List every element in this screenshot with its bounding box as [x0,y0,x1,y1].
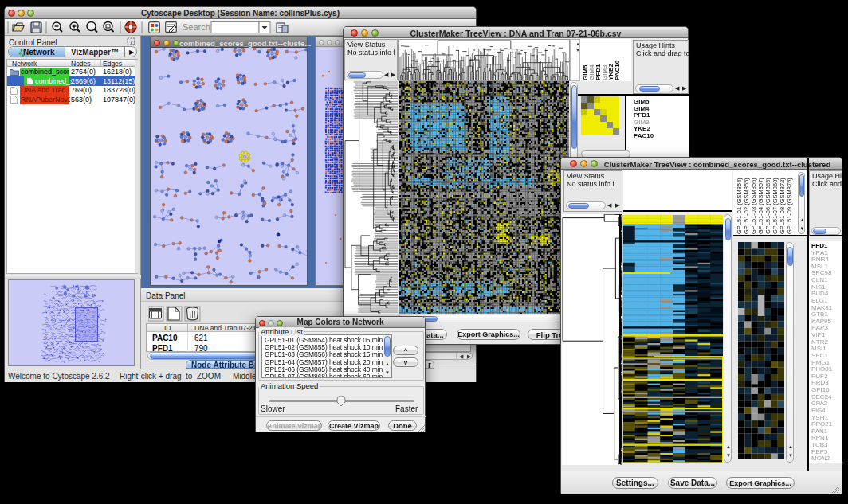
svg-text:Search:: Search: [183,22,213,32]
svg-text:GPL51-07 (GSM868): GPL51-07 (GSM868) [771,178,779,234]
svg-text:GPL51-02 (GSM855): GPL51-02 (GSM855) [743,178,750,234]
svg-text:GPL51-06 (GSM865): GPL51-06 (GSM865) [764,178,771,234]
svg-text:PAC10: PAC10 [614,60,621,80]
svg-text:GPL51-09 (GSM875): GPL51-09 (GSM875) [786,178,793,234]
svg-text:GPL51-01 (GSM854): GPL51-01 (GSM854) [736,178,743,234]
svg-text:GPL51-04 (GSM857): GPL51-04 (GSM857) [757,178,764,234]
svg-text:GPL51-08 (GSM872): GPL51-08 (GSM872) [779,178,786,234]
svg-text:GPL51-03 (GSM856): GPL51-03 (GSM856) [750,178,757,234]
